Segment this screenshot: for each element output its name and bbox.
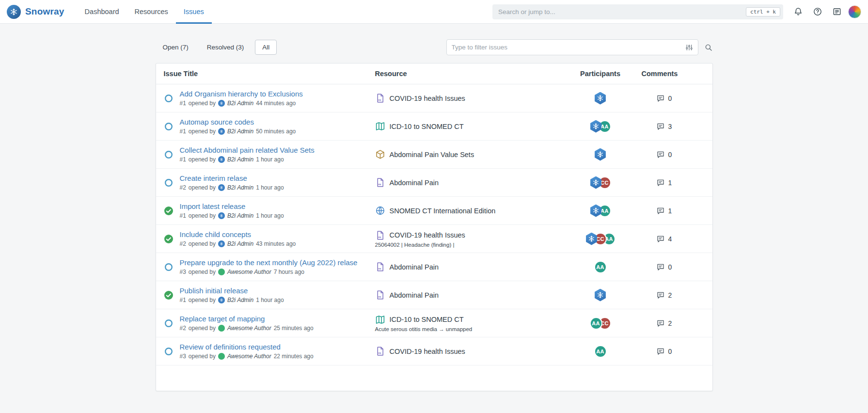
issue-meta: #3 opened by Awesome Author 7 hours ago [180, 269, 358, 275]
participant-avatar-aa: AA [594, 345, 607, 358]
tab-all[interactable]: All [255, 40, 277, 55]
comments-cell[interactable]: 3 [642, 122, 705, 131]
issue-ref: #1 [180, 100, 186, 107]
issue-row[interactable]: Review of definitions requested #3 opene… [156, 337, 712, 365]
issue-filter-field[interactable] [446, 39, 698, 55]
issue-title-link[interactable]: Prepare upgrade to the next monthly (Aug… [180, 258, 358, 267]
nav-dashboard[interactable]: Dashboard [77, 0, 127, 24]
resource-cell: vs COVID-19 health Issues 25064002 | Hea… [375, 230, 559, 248]
issue-meta: #2 opened by B2i Admin 1 hour ago [180, 184, 284, 191]
resource-type-icon: vs [375, 290, 385, 300]
resource-cell: vs Abdominal Pain [375, 262, 559, 272]
header-issue-title: Issue Title [164, 70, 375, 78]
notifications-bell-icon[interactable] [790, 3, 806, 20]
resource-cell: ICD-10 to SNOMED CT [375, 121, 559, 131]
author-avatar-icon [218, 325, 225, 332]
issue-title-link[interactable]: Collect Abdominal pain related Value Set… [180, 146, 315, 154]
comment-bubble-icon [656, 206, 665, 215]
issue-meta: #1 opened by B2i Admin 1 hour ago [180, 212, 284, 219]
resource-name: COVID-19 health Issues [390, 95, 465, 102]
issue-author: B2i Admin [227, 156, 253, 163]
resource-name: COVID-19 health Issues [390, 348, 465, 355]
issue-meta: #1 opened by B2i Admin 50 minutes ago [180, 128, 296, 135]
issue-title-link[interactable]: Include child concepts [180, 230, 252, 238]
issue-title-link[interactable]: Review of definitions requested [180, 343, 281, 351]
author-avatar-icon [218, 240, 225, 247]
issue-status-icon [164, 347, 174, 356]
snowray-logo-icon [7, 5, 21, 19]
nav-resources[interactable]: Resources [127, 0, 176, 24]
user-avatar[interactable] [848, 5, 861, 18]
resource-cell: vs Abdominal Pain [375, 177, 559, 188]
issue-title-link[interactable]: Create interim relase [180, 174, 247, 182]
issue-title-link[interactable]: Replace target of mapping [180, 315, 265, 323]
help-icon[interactable] [809, 3, 826, 20]
participants-cell: AACC [559, 317, 642, 330]
author-avatar-icon [218, 212, 225, 219]
resource-type-icon [375, 206, 385, 216]
comment-count: 1 [668, 179, 672, 187]
comments-cell[interactable]: 1 [642, 178, 705, 187]
resource-type-icon: vs [375, 230, 385, 240]
issue-row[interactable]: Publish initial release #1 opened by B2i… [156, 281, 712, 309]
comments-cell[interactable]: 4 [642, 235, 705, 243]
issue-ref: #3 [180, 353, 186, 360]
tab-resolved[interactable]: Resolved (3) [200, 40, 252, 55]
whats-new-icon[interactable] [829, 3, 845, 20]
nav-issues[interactable]: Issues [176, 0, 212, 24]
issue-row[interactable]: Replace target of mapping #2 opened by A… [156, 309, 712, 337]
issue-author: B2i Admin [227, 212, 253, 219]
issue-title-link[interactable]: Add Organism hierarchy to Exclusions [180, 90, 303, 98]
issue-ref: #1 [180, 212, 186, 219]
issue-filter-input[interactable] [452, 44, 681, 51]
issue-meta: #1 opened by B2i Admin 1 hour ago [180, 156, 315, 163]
tab-open[interactable]: Open (7) [156, 40, 196, 55]
comments-cell[interactable]: 0 [642, 150, 705, 159]
issue-status-icon [164, 206, 174, 216]
comments-cell[interactable]: 0 [642, 263, 705, 271]
issue-ref: #1 [180, 156, 186, 163]
global-search-input[interactable] [498, 8, 742, 16]
resource-cell: ICD-10 to SNOMED CT Acute serous otitis … [375, 315, 559, 332]
brand-name: Snowray [25, 6, 64, 17]
issue-author: Awesome Author [227, 269, 271, 275]
resource-type-icon [375, 149, 385, 159]
issue-ref: #1 [180, 128, 186, 135]
issue-title-link[interactable]: Import latest release [180, 202, 246, 210]
participants-cell [559, 148, 642, 161]
issue-row[interactable]: Add Organism hierarchy to Exclusions #1 … [156, 84, 712, 112]
filter-options-icon[interactable] [685, 44, 693, 51]
participants-cell: CCAA [559, 233, 642, 245]
svg-text:vs: vs [378, 295, 381, 298]
issue-author: B2i Admin [227, 240, 253, 247]
comments-cell[interactable]: 2 [642, 319, 705, 328]
resource-subtext: 25064002 | Headache (finding) | [375, 242, 559, 248]
comment-count: 0 [668, 151, 672, 159]
issue-time: 1 hour ago [256, 156, 284, 163]
opened-by-label: opened by [189, 240, 216, 247]
comments-cell[interactable]: 1 [642, 206, 705, 215]
issue-row[interactable]: Create interim relase #2 opened by B2i A… [156, 169, 712, 197]
comment-bubble-icon [656, 94, 665, 103]
issues-page: Open (7) Resolved (3) All [154, 39, 715, 391]
comments-cell[interactable]: 2 [642, 291, 705, 300]
issue-status-icon [164, 234, 174, 244]
issue-row[interactable]: Automap source codes #1 opened by B2i Ad… [156, 112, 712, 141]
comments-cell[interactable]: 0 [642, 94, 705, 103]
resource-name: Abdominal Pain [390, 179, 439, 187]
issue-row[interactable]: Include child concepts #2 opened by B2i … [156, 225, 712, 253]
issue-status-icon [164, 150, 174, 159]
issue-meta: #1 opened by B2i Admin 44 minutes ago [180, 100, 303, 107]
brand[interactable]: Snowray [7, 5, 64, 19]
issue-row[interactable]: Prepare upgrade to the next monthly (Aug… [156, 253, 712, 281]
issue-row[interactable]: Import latest release #1 opened by B2i A… [156, 197, 712, 225]
comments-cell[interactable]: 0 [642, 347, 705, 356]
issue-title-link[interactable]: Automap source codes [180, 118, 254, 126]
issue-title-link[interactable]: Publish initial release [180, 286, 248, 295]
global-search[interactable]: ctrl + k [492, 4, 783, 19]
resource-cell: vs Abdominal Pain [375, 290, 559, 300]
issue-time: 50 minutes ago [256, 128, 296, 135]
issue-row[interactable]: Collect Abdominal pain related Value Set… [156, 141, 712, 169]
card-footer-spacer [156, 365, 712, 391]
filter-search-button[interactable] [704, 43, 713, 52]
